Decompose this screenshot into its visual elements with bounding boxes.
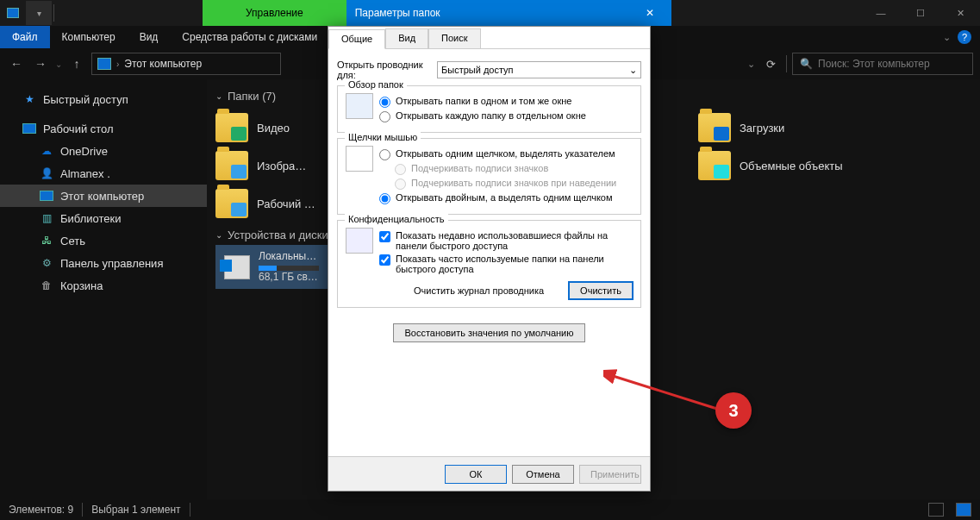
chevron-down-icon: ⌄	[215, 91, 222, 101]
folder-item-downloads[interactable]: Загрузки	[698, 113, 905, 142]
group-legend: Обзор папок	[345, 79, 407, 90]
folder-icon	[698, 151, 731, 180]
dialog-tabs: Общие Вид Поиск	[328, 27, 650, 49]
tab-search[interactable]: Поиск	[428, 28, 480, 48]
pc-icon	[40, 189, 53, 203]
address-dropdown-icon[interactable]: ⌄	[747, 59, 755, 70]
radio-same-window[interactable]	[379, 97, 390, 108]
open-explorer-label: Открыть проводник для:	[337, 60, 432, 80]
help-icon[interactable]: ?	[958, 30, 971, 44]
folder-item-3d-objects[interactable]: Объемные объекты	[698, 151, 905, 180]
qat-button[interactable]: ▾	[26, 1, 52, 25]
maximize-button[interactable]: ☐	[901, 0, 940, 26]
browse-icon	[346, 93, 373, 119]
radio-single-click[interactable]	[379, 149, 390, 160]
pc-icon	[97, 58, 111, 70]
restore-defaults-button[interactable]: Восстановить значения по умолчанию	[393, 323, 584, 342]
folder-icon	[215, 189, 248, 218]
click-icon	[346, 146, 373, 172]
ribbon-expand-icon[interactable]: ⌄	[943, 32, 951, 43]
title-bar: ▾ Управление Параметры папок ✕ — ☐ ✕	[0, 0, 980, 26]
check-frequent-folders[interactable]	[379, 254, 390, 266]
navigation-pane: ★Быстрый доступ Рабочий стол ☁OneDrive 👤…	[0, 79, 207, 499]
dialog-close-icon[interactable]: ✕	[637, 7, 663, 19]
sidebar-item-recycle-bin[interactable]: 🗑Корзина	[0, 274, 207, 297]
radio-new-window[interactable]	[379, 111, 390, 122]
drive-icon	[224, 255, 250, 279]
open-explorer-combo[interactable]: Быстрый доступ⌄	[437, 61, 641, 78]
search-placeholder: Поиск: Этот компьютер	[818, 58, 930, 70]
dialog-title-bar: Параметры папок ✕	[346, 0, 671, 26]
window-icon	[0, 8, 26, 18]
ribbon-contextual-tab[interactable]: Управление	[203, 0, 346, 26]
annotation-badge: 3	[715, 392, 752, 429]
chevron-down-icon: ⌄	[215, 230, 222, 240]
apply-button[interactable]: Применить	[579, 465, 641, 484]
radio-underline-hover	[395, 179, 406, 190]
group-privacy: Конфиденциальность Показать недавно испо…	[337, 220, 641, 308]
cancel-button[interactable]: Отмена	[512, 465, 574, 484]
search-box[interactable]: 🔍 Поиск: Этот компьютер	[792, 53, 973, 75]
tab-view[interactable]: Вид	[385, 28, 428, 48]
sidebar-item-onedrive[interactable]: ☁OneDrive	[0, 140, 207, 162]
dialog-buttons: ОК Отмена Применить	[328, 456, 650, 491]
nav-back-button[interactable]: ←	[7, 57, 26, 71]
search-icon: 🔍	[800, 58, 813, 70]
radio-underline-always	[395, 164, 406, 175]
status-selection: Выбран 1 элемент	[91, 504, 180, 516]
clear-history-label: Очистить журнал проводника	[414, 285, 544, 296]
view-tiles-button[interactable]	[956, 503, 971, 517]
control-panel-icon: ⚙	[40, 256, 53, 270]
user-icon: 👤	[40, 166, 53, 180]
sidebar-item-this-pc[interactable]: Этот компьютер	[0, 185, 207, 207]
menu-file[interactable]: Файл	[0, 26, 50, 48]
tab-general[interactable]: Общие	[328, 29, 385, 49]
privacy-icon	[346, 228, 373, 254]
clear-button[interactable]: Очистить	[568, 281, 634, 300]
star-icon: ★	[22, 92, 36, 106]
library-icon: ▥	[40, 211, 53, 225]
group-legend: Щелчки мышью	[345, 132, 421, 142]
drive-free: 68,1 ГБ свободно	[259, 271, 319, 285]
group-browse: Обзор папок Открывать папки в одном и то…	[337, 85, 641, 133]
sidebar-item-network[interactable]: 🖧Сеть	[0, 229, 207, 252]
refresh-button[interactable]: ⟳	[760, 58, 781, 71]
sidebar-item-libraries[interactable]: ▥Библиотеки	[0, 207, 207, 229]
folder-icon	[215, 113, 248, 142]
separator	[53, 4, 54, 22]
network-icon: 🖧	[40, 234, 53, 247]
menu-disk-tools[interactable]: Средства работы с дисками	[170, 26, 329, 48]
drive-item-local[interactable]: Локальный диск 68,1 ГБ свободно	[215, 245, 328, 289]
address-text: Этот компьютер	[124, 58, 202, 70]
group-click: Щелчки мышью Открывать одним щелчком, вы…	[337, 138, 641, 215]
folder-icon	[698, 113, 731, 142]
drive-name: Локальный диск	[259, 250, 319, 264]
radio-double-click[interactable]	[379, 193, 390, 204]
dialog-title-text: Параметры папок	[355, 7, 440, 19]
recycle-icon: 🗑	[40, 279, 53, 292]
folder-icon	[215, 151, 248, 180]
sidebar-item-quick-access[interactable]: ★Быстрый доступ	[0, 88, 207, 110]
address-bar[interactable]: › Этот компьютер	[91, 53, 281, 75]
minimize-button[interactable]: —	[861, 0, 901, 26]
status-bar: Элементов: 9 Выбран 1 элемент	[0, 499, 980, 520]
view-details-button[interactable]	[928, 503, 944, 517]
check-recent-files[interactable]	[379, 231, 390, 242]
chevron-down-icon: ⌄	[629, 65, 637, 76]
sidebar-item-desktop[interactable]: Рабочий стол	[0, 117, 207, 140]
ok-button[interactable]: ОК	[445, 465, 507, 484]
menu-computer[interactable]: Компьютер	[50, 26, 128, 48]
menu-view[interactable]: Вид	[128, 26, 171, 48]
window-controls: — ☐ ✕	[861, 0, 980, 26]
status-item-count: Элементов: 9	[9, 504, 73, 516]
close-button[interactable]: ✕	[940, 0, 980, 26]
sidebar-item-control-panel[interactable]: ⚙Панель управления	[0, 252, 207, 274]
group-legend: Конфиденциальность	[345, 214, 448, 224]
nav-forward-button[interactable]: →	[31, 57, 50, 71]
nav-up-button[interactable]: ↑	[67, 57, 86, 71]
desktop-icon	[22, 122, 36, 135]
nav-history-icon[interactable]: ⌄	[55, 60, 62, 69]
sidebar-item-user[interactable]: 👤Almanex .	[0, 162, 207, 185]
folder-options-dialog: Общие Вид Поиск Открыть проводник для: Б…	[328, 26, 651, 492]
cloud-icon: ☁	[40, 144, 53, 158]
